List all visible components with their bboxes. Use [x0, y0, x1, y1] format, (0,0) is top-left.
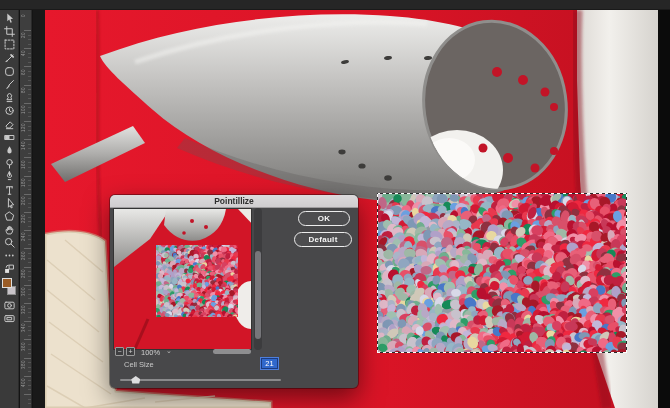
move-tool-icon[interactable] — [1, 12, 18, 25]
ruler-tick-minor — [28, 403, 31, 404]
ruler-tick-minor — [28, 335, 31, 336]
selection-border — [626, 193, 627, 353]
ruler-label: 40 — [21, 50, 26, 56]
zoom-in-button[interactable]: + — [126, 347, 135, 356]
type-tool-icon[interactable] — [1, 183, 18, 196]
ruler-tick — [24, 30, 31, 31]
ruler-label: 340 — [21, 323, 26, 332]
brush-tool-icon[interactable] — [1, 78, 18, 91]
top-bar — [0, 0, 670, 10]
ruler-label: 180 — [21, 178, 26, 187]
path-select-tool-icon[interactable] — [1, 197, 18, 210]
ruler-tick-minor — [28, 289, 31, 290]
cell-size-row: Cell Size 21 — [110, 358, 358, 372]
slider-thumb[interactable] — [131, 376, 140, 384]
ruler-tick-minor — [28, 317, 31, 318]
marquee-tool-icon[interactable] — [1, 38, 18, 51]
ruler-tick-minor — [28, 344, 31, 345]
preview-hscrollbar-thumb[interactable] — [213, 349, 251, 354]
ruler-label: 80 — [21, 87, 26, 93]
crop-tool-icon[interactable] — [1, 25, 18, 38]
blur-tool-icon[interactable] — [1, 144, 18, 157]
marquee-selection[interactable] — [377, 193, 627, 353]
ruler-tick-minor — [28, 367, 31, 368]
default-button[interactable]: Default — [294, 232, 352, 247]
dodge-tool-icon[interactable] — [1, 157, 18, 170]
slider-track[interactable] — [120, 379, 281, 381]
ruler-tick-minor — [28, 276, 31, 277]
ruler-label: 240 — [21, 232, 26, 241]
pen-tool-icon[interactable] — [1, 170, 18, 183]
selection-border — [377, 193, 627, 194]
ruler-tick-minor — [28, 171, 31, 172]
preview-scrollbar[interactable] — [254, 208, 262, 350]
ruler-tick — [24, 66, 31, 67]
ruler-tick-minor — [28, 217, 31, 218]
screen-mode-button[interactable] — [1, 312, 18, 325]
ruler-tick — [24, 176, 31, 177]
eraser-tool-icon[interactable] — [1, 118, 18, 131]
ruler-tick-minor — [28, 167, 31, 168]
ruler-tick-minor — [28, 326, 31, 327]
ruler-tick — [24, 285, 31, 286]
chevron-down-icon[interactable]: ⌄ — [166, 347, 172, 355]
frame-tool-icon[interactable] — [1, 65, 18, 78]
ruler-tick-minor — [28, 235, 31, 236]
ruler-label: 20 — [21, 32, 26, 38]
history-brush-tool-icon[interactable] — [1, 104, 18, 117]
ruler-tick-minor — [28, 353, 31, 354]
ruler-label: 120 — [21, 123, 26, 132]
ruler-tick-minor — [28, 185, 31, 186]
ruler-tick — [24, 248, 31, 249]
ruler-tick-minor — [28, 349, 31, 350]
ok-button[interactable]: OK — [298, 211, 350, 226]
ruler-tick-minor — [28, 308, 31, 309]
cell-size-value-field[interactable]: 21 — [261, 358, 278, 369]
ruler-tick-minor — [28, 207, 31, 208]
filter-preview[interactable] — [113, 208, 252, 350]
ruler-tick-minor — [28, 221, 31, 222]
ruler-tick-minor — [28, 362, 31, 363]
zoom-level[interactable]: 100% — [141, 348, 160, 357]
ruler-tick-minor — [28, 148, 31, 149]
quick-mask-button[interactable] — [1, 299, 18, 312]
zoom-out-button[interactable]: − — [115, 347, 124, 356]
ruler-tick-minor — [28, 312, 31, 313]
more-tools-icon[interactable] — [1, 249, 18, 262]
preview-zoom-controls: − + 100% ⌄ — [114, 346, 354, 357]
eyedropper-tool-icon[interactable] — [1, 52, 18, 65]
ruler-tick-minor — [28, 239, 31, 240]
foreground-color-swatch[interactable] — [2, 278, 12, 288]
ruler-tick-minor — [28, 258, 31, 259]
hand-tool-icon[interactable] — [1, 223, 18, 236]
cell-size-label: Cell Size — [124, 360, 154, 369]
dialog-title[interactable]: Pointillize — [110, 195, 358, 208]
ruler-tick-minor — [28, 380, 31, 381]
cell-size-slider[interactable] — [120, 376, 281, 386]
ruler-tick-minor — [28, 389, 31, 390]
shape-tool-icon[interactable] — [1, 210, 18, 223]
ruler-tick-minor — [28, 203, 31, 204]
ruler-tick-minor — [28, 294, 31, 295]
ruler-tick-minor — [28, 162, 31, 163]
ruler-tick-minor — [28, 280, 31, 281]
gradient-tool-icon[interactable] — [1, 131, 18, 144]
ruler-tick-minor — [28, 44, 31, 45]
ruler-tick — [24, 267, 31, 268]
ruler-tick-minor — [28, 98, 31, 99]
zoom-tool-icon[interactable] — [1, 236, 18, 249]
ruler-label: 320 — [21, 305, 26, 314]
ruler-tick-minor — [28, 89, 31, 90]
ruler-label: 140 — [21, 141, 26, 150]
ruler-tick-minor — [28, 371, 31, 372]
ruler-tick-minor — [28, 144, 31, 145]
clone-stamp-tool-icon[interactable] — [1, 91, 18, 104]
ruler-tick — [24, 85, 31, 86]
preview-scrollbar-thumb[interactable] — [255, 251, 261, 339]
swap-colors-icon[interactable] — [1, 263, 18, 276]
ruler-label: 100 — [21, 105, 26, 114]
ruler-tick-minor — [28, 130, 31, 131]
ruler-tick — [24, 376, 31, 377]
preview-effect-canvas — [156, 245, 238, 317]
ruler-tick-minor — [28, 57, 31, 58]
